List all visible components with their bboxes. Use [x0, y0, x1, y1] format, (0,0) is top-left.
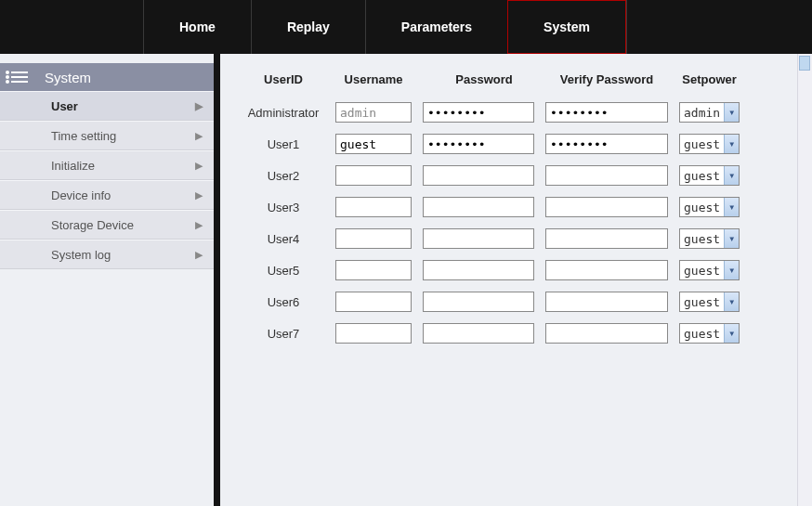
- setpower-value: guest: [680, 229, 724, 248]
- col-verify: Verify Password: [540, 72, 674, 94]
- userid-label: User2: [237, 162, 330, 188]
- chevron-down-icon: ▼: [724, 229, 739, 248]
- chevron-down-icon: ▼: [724, 261, 739, 279]
- chevron-down-icon: ▼: [724, 103, 739, 122]
- setpower-select[interactable]: guest▼: [679, 292, 740, 312]
- verify-password-input[interactable]: [545, 134, 668, 154]
- sidebar-item-device-info[interactable]: Device info ▶: [0, 180, 214, 210]
- sidebar-title: System: [45, 70, 91, 85]
- top-nav: Home Replay Parameters System: [0, 0, 812, 54]
- username-input[interactable]: [335, 134, 412, 154]
- password-input[interactable]: [423, 260, 534, 280]
- sidebar-item-user[interactable]: User ▶: [0, 91, 214, 121]
- password-input[interactable]: [423, 228, 534, 249]
- col-setpower: Setpower: [674, 72, 745, 94]
- user-table: UserID Username Password Verify Password…: [237, 67, 745, 352]
- setpower-value: admin: [680, 103, 724, 122]
- setpower-select[interactable]: guest▼: [679, 197, 740, 217]
- userid-label: User4: [237, 226, 330, 252]
- verify-password-input[interactable]: [545, 323, 668, 344]
- nav-system[interactable]: System: [507, 0, 626, 54]
- nav-parameters[interactable]: Parameters: [365, 0, 508, 54]
- main-content: UserID Username Password Verify Password…: [220, 54, 812, 506]
- table-row: User5guest▼: [237, 257, 745, 283]
- username-input[interactable]: [335, 260, 412, 280]
- sidebar-item-label: Storage Device: [51, 218, 134, 232]
- setpower-value: guest: [680, 166, 724, 185]
- list-icon: [11, 71, 28, 83]
- password-input[interactable]: [423, 134, 534, 154]
- setpower-value: guest: [680, 135, 724, 153]
- verify-password-input[interactable]: [545, 292, 668, 312]
- verify-password-input[interactable]: [545, 260, 668, 280]
- sidebar-item-time-setting[interactable]: Time setting ▶: [0, 121, 214, 150]
- scrollbar[interactable]: [797, 54, 812, 506]
- vertical-divider: [214, 54, 220, 506]
- username-input[interactable]: [335, 197, 412, 217]
- username-input[interactable]: [335, 165, 412, 186]
- setpower-value: guest: [680, 261, 724, 279]
- col-password: Password: [417, 72, 540, 94]
- nav-replay[interactable]: Replay: [251, 0, 366, 54]
- userid-label: User6: [237, 289, 330, 315]
- chevron-down-icon: ▼: [724, 198, 739, 216]
- sidebar-item-label: System log: [51, 248, 111, 262]
- chevron-down-icon: ▼: [724, 166, 739, 185]
- verify-password-input[interactable]: [545, 102, 668, 123]
- nav-end-divider: [626, 0, 627, 54]
- userid-label: Administrator: [237, 99, 330, 125]
- password-input[interactable]: [423, 102, 534, 123]
- sidebar-item-label: Device info: [51, 188, 111, 202]
- sidebar: System User ▶ Time setting ▶ Initialize …: [0, 54, 214, 506]
- userid-label: User3: [237, 194, 330, 220]
- setpower-select[interactable]: admin▼: [679, 102, 740, 123]
- username-input[interactable]: [335, 323, 412, 344]
- chevron-down-icon: ▼: [724, 324, 739, 343]
- setpower-select[interactable]: guest▼: [679, 323, 740, 344]
- setpower-value: guest: [680, 292, 724, 311]
- verify-password-input[interactable]: [545, 165, 668, 186]
- sidebar-item-label: Initialize: [51, 159, 95, 173]
- password-input[interactable]: [423, 323, 534, 344]
- table-row: User1guest▼: [237, 131, 745, 157]
- username-input: [335, 102, 412, 123]
- setpower-select[interactable]: guest▼: [679, 228, 740, 249]
- username-input[interactable]: [335, 228, 412, 249]
- userid-label: User5: [237, 257, 330, 283]
- setpower-value: guest: [680, 198, 724, 216]
- setpower-select[interactable]: guest▼: [679, 260, 740, 280]
- col-username: Username: [330, 72, 417, 94]
- setpower-value: guest: [680, 324, 724, 343]
- chevron-right-icon: ▶: [195, 249, 203, 261]
- chevron-right-icon: ▶: [195, 160, 203, 172]
- table-row: User3guest▼: [237, 194, 745, 220]
- sidebar-item-initialize[interactable]: Initialize ▶: [0, 150, 214, 180]
- chevron-down-icon: ▼: [724, 292, 739, 311]
- table-row: User4guest▼: [237, 226, 745, 252]
- table-row: Administratoradmin▼: [237, 99, 745, 125]
- nav-home[interactable]: Home: [143, 0, 252, 54]
- sidebar-item-system-log[interactable]: System log ▶: [0, 240, 214, 269]
- password-input[interactable]: [423, 165, 534, 186]
- sidebar-item-label: Time setting: [51, 129, 116, 143]
- chevron-right-icon: ▶: [195, 130, 203, 142]
- col-userid: UserID: [237, 72, 330, 94]
- scrollbar-thumb[interactable]: [799, 56, 810, 71]
- sidebar-item-storage-device[interactable]: Storage Device ▶: [0, 210, 214, 240]
- verify-password-input[interactable]: [545, 228, 668, 249]
- table-row: User6guest▼: [237, 289, 745, 315]
- setpower-select[interactable]: guest▼: [679, 134, 740, 154]
- table-row: User2guest▼: [237, 162, 745, 188]
- username-input[interactable]: [335, 292, 412, 312]
- password-input[interactable]: [423, 197, 534, 217]
- verify-password-input[interactable]: [545, 197, 668, 217]
- table-row: User7guest▼: [237, 320, 745, 346]
- chevron-right-icon: ▶: [195, 100, 203, 112]
- sidebar-header: System: [0, 63, 214, 91]
- chevron-right-icon: ▶: [195, 189, 203, 201]
- chevron-right-icon: ▶: [195, 219, 203, 231]
- sidebar-item-label: User: [51, 99, 78, 113]
- setpower-select[interactable]: guest▼: [679, 165, 740, 186]
- userid-label: User1: [237, 131, 330, 157]
- password-input[interactable]: [423, 292, 534, 312]
